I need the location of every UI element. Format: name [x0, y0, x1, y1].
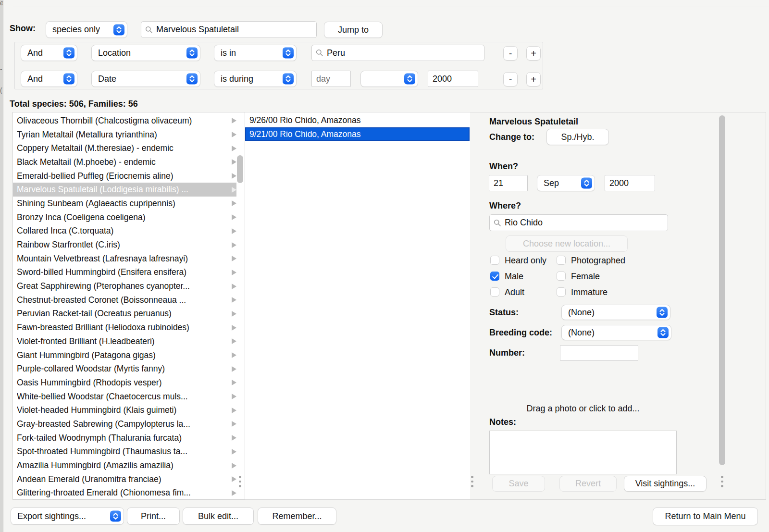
- disclosure-triangle-icon[interactable]: [232, 200, 236, 206]
- filter1-value-field[interactable]: [311, 45, 484, 61]
- disclosure-triangle-icon[interactable]: [232, 490, 236, 496]
- species-row[interactable]: Violet-fronted Brilliant (H.leadbeateri): [13, 334, 236, 348]
- jump-to-button[interactable]: Jump to: [324, 22, 383, 38]
- year-input[interactable]: [605, 175, 655, 191]
- disclosure-triangle-icon[interactable]: [232, 421, 236, 427]
- species-list-scrollbar[interactable]: [237, 155, 243, 183]
- disclosure-triangle-icon[interactable]: [232, 214, 236, 220]
- disclosure-triangle-icon[interactable]: [232, 173, 236, 179]
- breeding-code-popup[interactable]: (None): [561, 325, 671, 340]
- species-row[interactable]: Fork-tailed Woodnymph (Thalurania furcat…: [13, 431, 236, 445]
- species-row[interactable]: Oasis Hummingbird (Rhodopis vesper): [13, 376, 236, 390]
- show-filter-popup[interactable]: species only: [46, 21, 127, 38]
- female-checkbox[interactable]: [557, 272, 566, 281]
- species-row[interactable]: Glittering-throated Emerald (Chionomesa …: [13, 486, 236, 500]
- month-popup[interactable]: Sep: [537, 175, 595, 191]
- filter2-month-popup[interactable]: [360, 71, 418, 87]
- revert-button[interactable]: Revert: [559, 476, 617, 492]
- disclosure-triangle-icon[interactable]: [232, 159, 236, 165]
- species-row[interactable]: Gray-breasted Sabrewing (Campylopterus l…: [13, 417, 236, 431]
- species-row[interactable]: Olivaceous Thornbill (Chalcostigma oliva…: [13, 114, 236, 128]
- location-search-input[interactable]: [505, 218, 664, 228]
- photo-drop-zone[interactable]: Drag a photo or click to add...: [489, 404, 677, 414]
- adult-checkbox[interactable]: [490, 287, 499, 297]
- disclosure-triangle-icon[interactable]: [232, 228, 236, 234]
- species-row[interactable]: Fawn-breasted Brilliant (Heliodoxa rubin…: [13, 321, 236, 334]
- disclosure-triangle-icon[interactable]: [232, 352, 236, 358]
- detail-panel-scrollbar[interactable]: [719, 115, 725, 465]
- species-row[interactable]: White-bellied Woodstar (Chaetocercus mul…: [13, 390, 236, 404]
- species-row[interactable]: Tyrian Metaltail (Metallura tyrianthina): [13, 128, 236, 142]
- species-row[interactable]: Rainbow Starfrontlet (C.iris): [13, 238, 236, 252]
- disclosure-triangle-icon[interactable]: [232, 270, 236, 275]
- choose-location-button[interactable]: Choose new location...: [506, 235, 628, 252]
- disclosure-triangle-icon[interactable]: [232, 284, 236, 289]
- species-row[interactable]: Andean Emerald (Uranomitra franciae): [13, 472, 236, 486]
- species-row[interactable]: Black Metaltail (M.phoebe) - endemic: [13, 155, 236, 169]
- species-row[interactable]: Coppery Metaltail (M.theresiae) - endemi…: [13, 141, 236, 155]
- photographed-checkbox[interactable]: [557, 256, 566, 265]
- filter2-year-input[interactable]: [428, 71, 478, 87]
- disclosure-triangle-icon[interactable]: [232, 132, 236, 137]
- remember-button[interactable]: Remember...: [258, 507, 336, 525]
- filter2-conjunction-popup[interactable]: And: [21, 71, 77, 87]
- visit-sightings-button[interactable]: Visit sightings...: [624, 476, 707, 492]
- filter2-day-input[interactable]: [311, 71, 351, 87]
- species-row[interactable]: Collared Inca (C.torquata): [13, 224, 236, 238]
- disclosure-triangle-icon[interactable]: [232, 463, 236, 469]
- disclosure-triangle-icon[interactable]: [232, 408, 236, 413]
- bulk-edit-button[interactable]: Bulk edit...: [183, 507, 254, 525]
- filter2-field-popup[interactable]: Date: [91, 71, 200, 87]
- disclosure-triangle-icon[interactable]: [232, 242, 236, 248]
- filter2-add-button[interactable]: +: [526, 72, 541, 87]
- filter2-remove-button[interactable]: -: [503, 72, 518, 87]
- species-row[interactable]: Amazilia Hummingbird (Amazilis amazilia): [13, 458, 236, 472]
- disclosure-triangle-icon[interactable]: [232, 325, 236, 331]
- filter1-field-popup[interactable]: Location: [91, 45, 200, 61]
- sighting-row[interactable]: 9/26/00 Rio Chido, Amazonas: [245, 113, 470, 127]
- species-row[interactable]: Peruvian Racket-tail (Ocreatus peruanus): [13, 307, 236, 321]
- disclosure-triangle-icon[interactable]: [232, 187, 236, 193]
- detail-pane-resize-grip[interactable]: [721, 476, 723, 487]
- sighting-row[interactable]: 9/21/00 Rio Chido, Amazonas: [245, 127, 470, 141]
- species-row[interactable]: Violet-headed Hummingbird (Klais guimeti…: [13, 403, 236, 417]
- disclosure-triangle-icon[interactable]: [232, 338, 236, 344]
- location-search-field[interactable]: [489, 214, 668, 231]
- species-row[interactable]: Sword-billed Hummingbird (Ensifera ensif…: [13, 266, 236, 280]
- species-row[interactable]: Spot-throated Hummingbird (Thaumasius ta…: [13, 445, 236, 459]
- disclosure-triangle-icon[interactable]: [232, 380, 236, 385]
- sightings-pane-resize-grip[interactable]: [471, 476, 473, 487]
- species-row[interactable]: Purple-collared Woodstar (Myrtis fanny): [13, 362, 236, 376]
- filter2-operator-popup[interactable]: is during: [214, 71, 297, 87]
- immature-checkbox[interactable]: [557, 287, 566, 297]
- status-popup[interactable]: (None): [561, 305, 670, 320]
- number-input[interactable]: [560, 345, 638, 361]
- disclosure-triangle-icon[interactable]: [232, 435, 236, 441]
- species-pane-resize-grip[interactable]: [239, 476, 241, 487]
- day-input[interactable]: [489, 175, 528, 191]
- disclosure-triangle-icon[interactable]: [232, 297, 236, 303]
- species-search-input[interactable]: [156, 25, 312, 35]
- filter1-conjunction-popup[interactable]: And: [21, 45, 77, 61]
- disclosure-triangle-icon[interactable]: [232, 449, 236, 455]
- filter1-value-input[interactable]: [327, 48, 480, 58]
- species-row[interactable]: Giant Hummingbird (Patagona gigas): [13, 348, 236, 362]
- notes-textarea[interactable]: [489, 431, 677, 474]
- export-sightings-popup[interactable]: Export sightings...: [11, 507, 124, 525]
- species-row[interactable]: Great Sapphirewing (Pterophanes cyanopte…: [13, 279, 236, 293]
- sightings-pane[interactable]: [245, 112, 470, 499]
- disclosure-triangle-icon[interactable]: [232, 146, 236, 151]
- filter1-remove-button[interactable]: -: [503, 46, 518, 61]
- species-list[interactable]: Olivaceous Thornbill (Chalcostigma oliva…: [12, 112, 245, 500]
- species-search-field[interactable]: [141, 21, 317, 38]
- species-row[interactable]: Chestnut-breasted Coronet (Boissonneaua …: [13, 293, 236, 307]
- filter1-operator-popup[interactable]: is in: [214, 45, 297, 61]
- disclosure-triangle-icon[interactable]: [232, 311, 236, 317]
- sp-hyb-button[interactable]: Sp./Hyb.: [546, 129, 609, 145]
- disclosure-triangle-icon[interactable]: [232, 394, 236, 399]
- male-checkbox[interactable]: [490, 272, 499, 281]
- disclosure-triangle-icon[interactable]: [232, 366, 236, 372]
- save-button[interactable]: Save: [492, 476, 545, 492]
- filter1-add-button[interactable]: +: [526, 46, 541, 61]
- disclosure-triangle-icon[interactable]: [232, 476, 236, 482]
